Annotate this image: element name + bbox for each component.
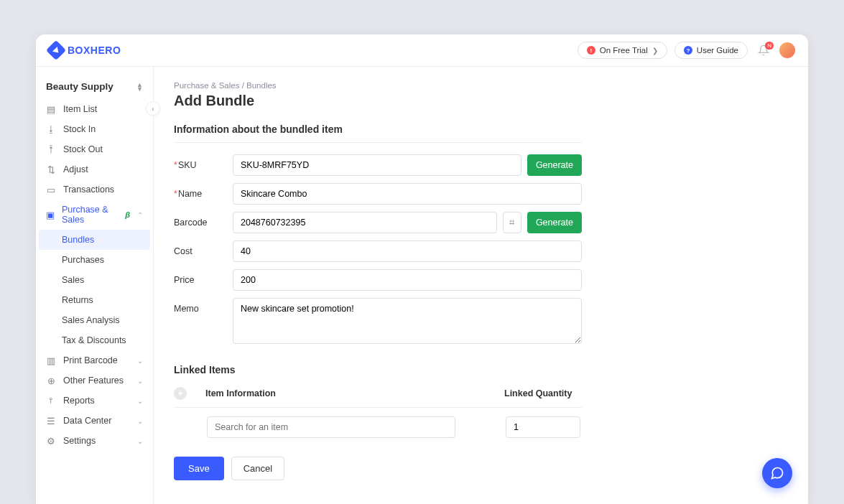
list-icon: ▤ [46, 104, 56, 114]
nav-label: Adjust [63, 164, 88, 174]
crumb-purchase-sales[interactable]: Purchase & Sales [174, 81, 239, 90]
main-content: Purchase & Sales / Bundles Add Bundle In… [154, 67, 808, 504]
download-icon: ⭳ [46, 124, 56, 134]
label-cost: Cost [174, 241, 233, 256]
subnav-returns[interactable]: Returns [36, 290, 153, 310]
section-info-title: Information about the bundled item [174, 123, 582, 143]
crumb-bundles[interactable]: Bundles [246, 81, 277, 90]
avatar[interactable] [779, 42, 795, 58]
free-trial-label: On Free Trial [600, 46, 648, 55]
nav-data-center[interactable]: ☰ Data Center ⌄ [36, 411, 153, 431]
workspace-switcher[interactable]: Beauty Supply ▲▼ [36, 71, 153, 99]
workspace-name: Beauty Supply [46, 81, 113, 92]
nav-purchase-sales[interactable]: ▣ Purchase & Sales β ⌃ [36, 200, 153, 230]
nav-print-barcode[interactable]: ▥ Print Barcode ⌄ [36, 350, 153, 370]
chevron-down-icon: ⌄ [137, 357, 143, 365]
linked-qty-input[interactable] [506, 416, 580, 438]
memo-textarea[interactable]: New skincare set promotion! [233, 298, 582, 344]
nav-label: Stock In [63, 124, 96, 134]
breadcrumb: Purchase & Sales / Bundles [174, 81, 788, 90]
barcode-icon: ▥ [46, 355, 56, 365]
label-barcode: Barcode [174, 212, 233, 228]
nav-label: Stock Out [63, 144, 103, 154]
app-window: BOXHERO ! On Free Trial ❯ ? User Guide N… [36, 34, 808, 504]
add-linked-item-button[interactable]: + [174, 387, 187, 400]
beta-badge: β [125, 210, 130, 219]
nav-reports[interactable]: ⫯ Reports ⌄ [36, 391, 153, 411]
chevron-right-icon: ❯ [652, 47, 658, 55]
subnav-sales[interactable]: Sales [36, 270, 153, 290]
scan-barcode-button[interactable]: ⌗ [503, 212, 521, 233]
section-linked-title: Linked Items [174, 364, 582, 380]
user-guide-label: User Guide [697, 46, 738, 55]
nav-purchase-sales-sub: Bundles Purchases Sales Returns Sales An… [36, 230, 153, 350]
linked-item-search[interactable] [207, 416, 455, 438]
label-price: Price [174, 269, 233, 285]
price-input[interactable] [233, 269, 582, 291]
upload-icon: ⭱ [46, 144, 56, 154]
generate-sku-button[interactable]: Generate [527, 154, 582, 176]
label-name: Name [174, 183, 233, 199]
nav-label: Reports [63, 396, 95, 406]
nav-label: Transactions [63, 185, 114, 195]
brand-logo[interactable]: BOXHERO [49, 43, 121, 57]
database-icon: ☰ [46, 416, 56, 426]
plus-circle-icon: ⊕ [46, 375, 56, 386]
subnav-bundles[interactable]: Bundles [39, 230, 150, 250]
user-guide-pill[interactable]: ? User Guide [674, 42, 748, 59]
nav-other-features[interactable]: ⊕ Other Features ⌄ [36, 370, 153, 391]
notifications-button[interactable]: N [758, 45, 769, 56]
chevron-left-icon: ‹ [152, 105, 154, 113]
nav-label: Item List [63, 104, 97, 114]
page-title: Add Bundle [174, 93, 788, 109]
nav-label: Data Center [63, 416, 111, 426]
logo-mark-icon [46, 40, 66, 60]
linked-item-row [174, 416, 582, 438]
subnav-tax-discounts[interactable]: Tax & Discounts [36, 330, 153, 350]
topbar: BOXHERO ! On Free Trial ❯ ? User Guide N [36, 34, 808, 67]
nav-item-list[interactable]: ▤ Item List [36, 99, 153, 119]
col-item-info: Item Information [205, 388, 504, 398]
save-button[interactable]: Save [174, 457, 224, 480]
sort-icon: ▲▼ [136, 83, 143, 91]
sku-input[interactable] [233, 154, 521, 176]
name-input[interactable] [233, 183, 582, 205]
crumb-sep: / [242, 81, 244, 90]
alert-dot-icon: ! [587, 46, 595, 55]
chat-icon [770, 466, 784, 480]
chevron-up-icon: ⌃ [137, 211, 143, 219]
free-trial-pill[interactable]: ! On Free Trial ❯ [578, 42, 667, 59]
brand-text: BOXHERO [68, 45, 121, 56]
notif-badge: N [765, 42, 774, 50]
swap-icon: ⇅ [46, 164, 56, 174]
nav-stock-out[interactable]: ⭱ Stock Out [36, 139, 153, 159]
chevron-down-icon: ⌄ [137, 397, 143, 405]
sidebar: Beauty Supply ▲▼ ‹ ▤ Item List ⭳ Stock I… [36, 67, 154, 504]
generate-barcode-button[interactable]: Generate [527, 212, 582, 233]
chevron-down-icon: ⌄ [137, 437, 143, 445]
chat-fab-button[interactable] [762, 458, 792, 488]
label-sku: SKU [174, 154, 233, 170]
scan-icon: ⌗ [509, 217, 514, 228]
nav-adjust[interactable]: ⇅ Adjust [36, 159, 153, 179]
cancel-button[interactable]: Cancel [231, 457, 284, 480]
chart-icon: ⫯ [46, 396, 56, 406]
cart-icon: ▣ [46, 210, 55, 220]
nav-label: Purchase & Sales [62, 205, 118, 225]
nav-transactions[interactable]: ▭ Transactions [36, 179, 153, 200]
collapse-sidebar-button[interactable]: ‹ [146, 101, 160, 116]
label-memo: Memo [174, 298, 233, 314]
chevron-down-icon: ⌄ [137, 417, 143, 425]
gear-icon: ⚙ [46, 436, 56, 446]
nav-settings[interactable]: ⚙ Settings ⌄ [36, 431, 153, 451]
cost-input[interactable] [233, 241, 582, 262]
barcode-input[interactable] [233, 212, 497, 233]
col-linked-qty: Linked Quantity [504, 388, 582, 398]
subnav-purchases[interactable]: Purchases [36, 250, 153, 270]
nav-label: Print Barcode [63, 355, 118, 365]
nav-label: Other Features [63, 375, 124, 386]
chevron-down-icon: ⌄ [137, 377, 143, 385]
linked-items-header: + Item Information Linked Quantity [174, 387, 582, 408]
nav-stock-in[interactable]: ⭳ Stock In [36, 119, 153, 139]
subnav-sales-analysis[interactable]: Sales Analysis [36, 310, 153, 330]
